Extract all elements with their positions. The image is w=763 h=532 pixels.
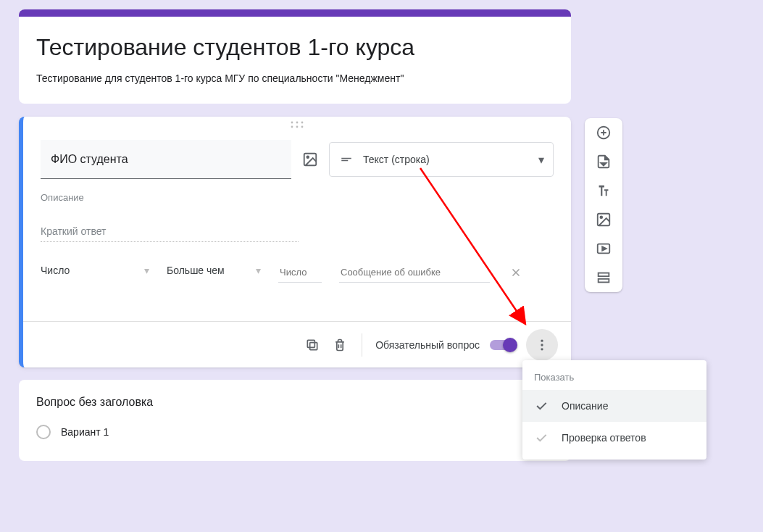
required-toggle[interactable] — [490, 338, 516, 352]
question-title-input[interactable] — [41, 140, 291, 179]
form-header-card: Тестирование студентов 1-го курса Тестир… — [19, 9, 571, 104]
svg-point-4 — [296, 126, 299, 128]
add-section-icon[interactable] — [595, 269, 612, 286]
option-label: Вариант 1 — [61, 426, 109, 438]
radio-icon — [36, 425, 51, 439]
add-image-icon[interactable] — [301, 151, 319, 168]
check-icon — [534, 431, 550, 445]
form-title[interactable]: Тестирование студентов 1-го курса — [36, 34, 554, 61]
svg-point-13 — [541, 344, 543, 346]
question-footer: Обязательный вопрос — [23, 321, 571, 367]
menu-item-label: Проверка ответов — [562, 432, 646, 444]
list-item: Вариант 1 — [36, 425, 554, 439]
validation-type-label: Число — [41, 265, 70, 276]
add-question-icon[interactable] — [595, 124, 612, 141]
validation-number-input[interactable] — [278, 262, 322, 283]
svg-rect-10 — [310, 342, 317, 349]
answer-type-select[interactable]: Текст (строка) ▾ — [329, 142, 554, 177]
menu-item-label: Описание — [562, 400, 608, 412]
svg-rect-20 — [599, 279, 609, 283]
svg-point-12 — [541, 339, 543, 341]
import-questions-icon[interactable] — [595, 153, 612, 170]
answer-type-label: Текст (строка) — [363, 154, 528, 165]
more-options-button[interactable] — [526, 329, 558, 361]
svg-point-0 — [291, 122, 293, 124]
svg-rect-8 — [341, 158, 351, 159]
svg-rect-9 — [341, 160, 348, 162]
svg-point-5 — [301, 126, 304, 128]
validation-condition-label: Больше чем — [167, 265, 225, 276]
question-card-collapsed[interactable]: Вопрос без заголовка Вариант 1 — [19, 380, 571, 461]
delete-icon[interactable] — [331, 336, 349, 354]
dropdown-arrow-icon: ▾ — [256, 265, 261, 276]
svg-point-17 — [600, 216, 602, 218]
side-toolbar — [585, 118, 622, 292]
close-icon[interactable] — [507, 264, 525, 281]
svg-rect-19 — [599, 273, 609, 277]
more-options-menu: Показать Описание Проверка ответов — [522, 360, 706, 460]
required-label: Обязательный вопрос — [375, 339, 480, 351]
validation-condition-select[interactable]: Больше чем ▾ — [167, 265, 261, 281]
add-title-icon[interactable] — [595, 182, 612, 199]
divider — [362, 333, 362, 357]
short-text-icon — [340, 153, 353, 166]
validation-row: Число ▾ Больше чем ▾ — [41, 262, 554, 283]
question-card: Текст (строка) ▾ Описание Краткий ответ … — [19, 117, 571, 367]
svg-point-7 — [307, 156, 309, 158]
svg-point-2 — [301, 122, 304, 124]
question-title: Вопрос без заголовка — [36, 396, 554, 409]
add-video-icon[interactable] — [595, 240, 612, 257]
add-image-icon[interactable] — [595, 211, 612, 228]
svg-point-3 — [291, 126, 293, 128]
svg-point-14 — [541, 348, 543, 350]
dropdown-arrow-icon: ▾ — [538, 153, 544, 167]
menu-section-label: Показать — [522, 372, 706, 390]
drag-handle-icon[interactable] — [23, 117, 571, 131]
check-icon — [534, 399, 550, 413]
validation-error-input[interactable] — [339, 262, 490, 283]
duplicate-icon[interactable] — [304, 336, 321, 354]
dropdown-arrow-icon: ▾ — [144, 265, 149, 276]
more-vert-icon — [535, 338, 549, 352]
svg-rect-11 — [307, 340, 314, 347]
question-description-input[interactable]: Описание — [41, 192, 554, 208]
validation-type-select[interactable]: Число ▾ — [41, 265, 149, 281]
form-accent-bar — [19, 9, 571, 17]
short-answer-placeholder: Краткий ответ — [41, 225, 299, 242]
svg-point-1 — [296, 122, 299, 124]
menu-item-validation[interactable]: Проверка ответов — [522, 422, 706, 454]
form-description[interactable]: Тестирование для студентов 1-го курса МГ… — [36, 72, 554, 84]
menu-item-description[interactable]: Описание — [522, 390, 706, 422]
